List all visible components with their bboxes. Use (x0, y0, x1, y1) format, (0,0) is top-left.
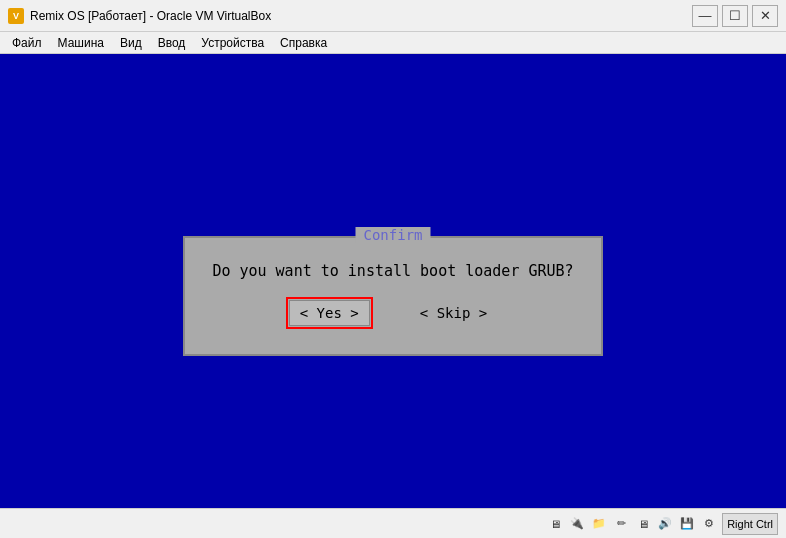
menu-help[interactable]: Справка (272, 34, 335, 52)
confirm-dialog: Confirm Do you want to install boot load… (183, 236, 603, 356)
dialog-message: Do you want to install boot loader GRUB? (205, 262, 581, 280)
menu-view[interactable]: Вид (112, 34, 150, 52)
pencil-icon: ✏ (612, 515, 630, 533)
right-ctrl-label: Right Ctrl (722, 513, 778, 535)
taskbar: 🖥 🔌 📁 ✏ 🖥 🔊 💾 ⚙ Right Ctrl (0, 508, 786, 538)
network-icon: 🖥 (546, 515, 564, 533)
hdd-icon: 💾 (678, 515, 696, 533)
menu-input[interactable]: Ввод (150, 34, 194, 52)
dialog-title: Confirm (355, 227, 430, 243)
yes-button[interactable]: < Yes > (289, 300, 370, 326)
menu-file[interactable]: Файл (4, 34, 50, 52)
settings-icon: ⚙ (700, 515, 718, 533)
dialog-buttons: < Yes > < Skip > (205, 300, 581, 338)
menu-devices[interactable]: Устройства (193, 34, 272, 52)
sound-icon: 🔊 (656, 515, 674, 533)
maximize-button[interactable]: ☐ (722, 5, 748, 27)
window-title: Remix OS [Работает] - Oracle VM VirtualB… (30, 9, 692, 23)
display-icon: 🖥 (634, 515, 652, 533)
menu-bar: Файл Машина Вид Ввод Устройства Справка (0, 32, 786, 54)
dialog-content: Do you want to install boot loader GRUB?… (185, 238, 601, 354)
folder-icon: 📁 (590, 515, 608, 533)
usb-icon: 🔌 (568, 515, 586, 533)
minimize-button[interactable]: — (692, 5, 718, 27)
app-icon: V (8, 8, 24, 24)
menu-machine[interactable]: Машина (50, 34, 112, 52)
window-controls: — ☐ ✕ (692, 5, 778, 27)
close-button[interactable]: ✕ (752, 5, 778, 27)
vm-screen: Confirm Do you want to install boot load… (0, 54, 786, 538)
title-bar: V Remix OS [Работает] - Oracle VM Virtua… (0, 0, 786, 32)
skip-button[interactable]: < Skip > (410, 300, 497, 326)
